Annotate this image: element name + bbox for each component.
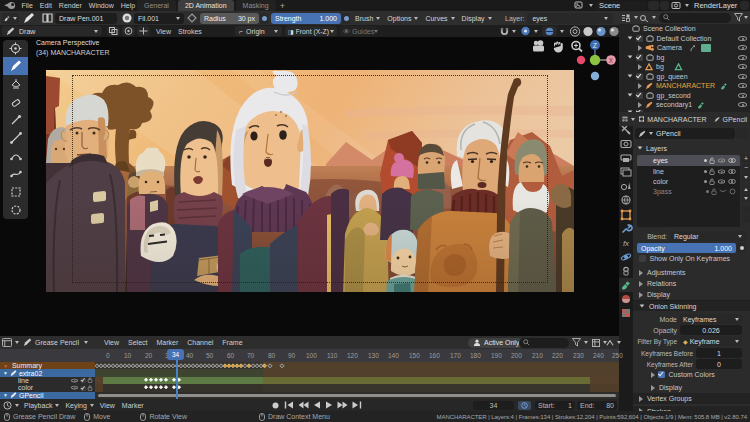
svg-text:X: X (609, 57, 614, 64)
svg-text:fx: fx (623, 239, 630, 248)
svg-text:Z: Z (593, 42, 598, 49)
